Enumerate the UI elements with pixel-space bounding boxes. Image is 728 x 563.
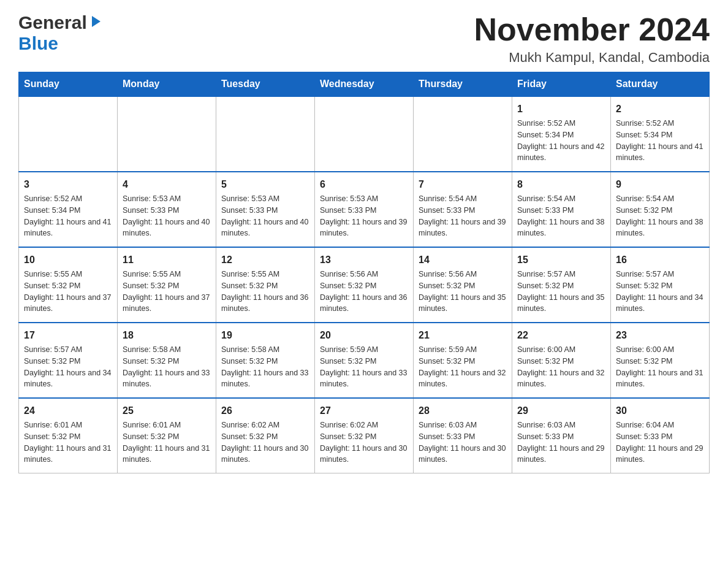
calendar-cell: 6Sunrise: 5:53 AMSunset: 5:33 PMDaylight… (315, 172, 414, 247)
day-number: 30 (616, 404, 704, 418)
calendar-cell: 13Sunrise: 5:56 AMSunset: 5:32 PMDayligh… (315, 247, 414, 323)
day-number: 29 (517, 404, 605, 418)
day-info: Sunrise: 5:54 AMSunset: 5:33 PMDaylight:… (517, 193, 605, 239)
day-info: Sunrise: 5:52 AMSunset: 5:34 PMDaylight:… (616, 118, 704, 164)
day-number: 2 (616, 102, 704, 117)
day-info: Sunrise: 5:58 AMSunset: 5:32 PMDaylight:… (221, 344, 309, 390)
calendar-cell: 30Sunrise: 6:04 AMSunset: 5:33 PMDayligh… (611, 398, 710, 473)
day-info: Sunrise: 6:03 AMSunset: 5:33 PMDaylight:… (419, 419, 507, 465)
day-number: 19 (221, 328, 309, 343)
logo: General Blue (18, 12, 102, 54)
day-number: 27 (320, 404, 408, 418)
calendar-cell (414, 96, 512, 172)
calendar-cell: 22Sunrise: 6:00 AMSunset: 5:32 PMDayligh… (512, 323, 611, 398)
day-number: 22 (517, 328, 605, 343)
day-number: 7 (419, 177, 507, 192)
calendar-cell: 15Sunrise: 5:57 AMSunset: 5:32 PMDayligh… (512, 247, 611, 323)
calendar-cell: 17Sunrise: 5:57 AMSunset: 5:32 PMDayligh… (19, 323, 118, 398)
day-number: 17 (24, 328, 112, 343)
day-number: 18 (123, 328, 211, 343)
day-info: Sunrise: 6:00 AMSunset: 5:32 PMDaylight:… (616, 344, 704, 390)
calendar-cell: 5Sunrise: 5:53 AMSunset: 5:33 PMDaylight… (216, 172, 315, 247)
calendar-cell: 1Sunrise: 5:52 AMSunset: 5:34 PMDaylight… (512, 96, 611, 172)
day-number: 1 (517, 102, 605, 117)
day-info: Sunrise: 5:59 AMSunset: 5:32 PMDaylight:… (320, 344, 408, 390)
day-info: Sunrise: 5:53 AMSunset: 5:33 PMDaylight:… (221, 193, 309, 239)
day-info: Sunrise: 5:55 AMSunset: 5:32 PMDaylight:… (123, 269, 211, 315)
day-info: Sunrise: 5:53 AMSunset: 5:33 PMDaylight:… (123, 193, 211, 239)
day-number: 28 (419, 404, 507, 418)
week-row-4: 24Sunrise: 6:01 AMSunset: 5:32 PMDayligh… (19, 398, 710, 473)
calendar-cell: 25Sunrise: 6:01 AMSunset: 5:32 PMDayligh… (118, 398, 216, 473)
day-number: 14 (419, 253, 507, 267)
calendar-cell: 11Sunrise: 5:55 AMSunset: 5:32 PMDayligh… (118, 247, 216, 323)
title-area: November 2024 Mukh Kampul, Kandal, Cambo… (474, 12, 710, 66)
day-number: 21 (419, 328, 507, 343)
day-number: 20 (320, 328, 408, 343)
calendar-cell: 29Sunrise: 6:03 AMSunset: 5:33 PMDayligh… (512, 398, 611, 473)
calendar-cell: 12Sunrise: 5:55 AMSunset: 5:32 PMDayligh… (216, 247, 315, 323)
day-info: Sunrise: 5:52 AMSunset: 5:34 PMDaylight:… (24, 193, 112, 239)
day-header-sunday: Sunday (19, 72, 118, 97)
calendar-cell: 24Sunrise: 6:01 AMSunset: 5:32 PMDayligh… (19, 398, 118, 473)
day-info: Sunrise: 6:03 AMSunset: 5:33 PMDaylight:… (517, 419, 605, 465)
day-number: 8 (517, 177, 605, 192)
day-info: Sunrise: 6:01 AMSunset: 5:32 PMDaylight:… (123, 419, 211, 465)
day-number: 23 (616, 328, 704, 343)
calendar-cell: 23Sunrise: 6:00 AMSunset: 5:32 PMDayligh… (611, 323, 710, 398)
day-number: 15 (517, 253, 605, 267)
day-header-tuesday: Tuesday (216, 72, 315, 97)
calendar-cell: 19Sunrise: 5:58 AMSunset: 5:32 PMDayligh… (216, 323, 315, 398)
calendar-cell: 14Sunrise: 5:56 AMSunset: 5:32 PMDayligh… (414, 247, 512, 323)
day-info: Sunrise: 5:54 AMSunset: 5:32 PMDaylight:… (616, 193, 704, 239)
svg-marker-0 (92, 16, 100, 27)
day-number: 10 (24, 253, 112, 267)
day-info: Sunrise: 6:01 AMSunset: 5:32 PMDaylight:… (24, 419, 112, 465)
calendar-cell: 18Sunrise: 5:58 AMSunset: 5:32 PMDayligh… (118, 323, 216, 398)
day-info: Sunrise: 5:59 AMSunset: 5:32 PMDaylight:… (419, 344, 507, 390)
day-header-monday: Monday (118, 72, 216, 97)
calendar-cell (118, 96, 216, 172)
logo-blue-text: Blue (18, 33, 58, 53)
day-info: Sunrise: 5:57 AMSunset: 5:32 PMDaylight:… (24, 344, 112, 390)
calendar-cell: 4Sunrise: 5:53 AMSunset: 5:33 PMDaylight… (118, 172, 216, 247)
day-number: 11 (123, 253, 211, 267)
calendar-table: SundayMondayTuesdayWednesdayThursdayFrid… (18, 72, 710, 473)
day-info: Sunrise: 5:52 AMSunset: 5:34 PMDaylight:… (517, 118, 605, 164)
day-info: Sunrise: 6:00 AMSunset: 5:32 PMDaylight:… (517, 344, 605, 390)
calendar-header: SundayMondayTuesdayWednesdayThursdayFrid… (19, 72, 710, 97)
week-row-3: 17Sunrise: 5:57 AMSunset: 5:32 PMDayligh… (19, 323, 710, 398)
calendar-cell: 20Sunrise: 5:59 AMSunset: 5:32 PMDayligh… (315, 323, 414, 398)
calendar-body: 1Sunrise: 5:52 AMSunset: 5:34 PMDaylight… (19, 96, 710, 473)
calendar-cell: 28Sunrise: 6:03 AMSunset: 5:33 PMDayligh… (414, 398, 512, 473)
day-number: 9 (616, 177, 704, 192)
day-number: 3 (24, 177, 112, 192)
day-info: Sunrise: 5:56 AMSunset: 5:32 PMDaylight:… (419, 269, 507, 315)
day-info: Sunrise: 5:55 AMSunset: 5:32 PMDaylight:… (24, 269, 112, 315)
day-info: Sunrise: 6:02 AMSunset: 5:32 PMDaylight:… (320, 419, 408, 465)
header: General Blue November 2024 Mukh Kampul, … (18, 12, 710, 66)
month-title: November 2024 (474, 12, 710, 47)
day-header-friday: Friday (512, 72, 611, 97)
day-header-wednesday: Wednesday (315, 72, 414, 97)
calendar-cell: 10Sunrise: 5:55 AMSunset: 5:32 PMDayligh… (19, 247, 118, 323)
calendar-cell: 26Sunrise: 6:02 AMSunset: 5:32 PMDayligh… (216, 398, 315, 473)
day-number: 25 (123, 404, 211, 418)
logo-general-text: General (18, 12, 87, 33)
calendar-cell: 27Sunrise: 6:02 AMSunset: 5:32 PMDayligh… (315, 398, 414, 473)
calendar-cell: 8Sunrise: 5:54 AMSunset: 5:33 PMDaylight… (512, 172, 611, 247)
calendar-cell: 2Sunrise: 5:52 AMSunset: 5:34 PMDaylight… (611, 96, 710, 172)
week-row-0: 1Sunrise: 5:52 AMSunset: 5:34 PMDaylight… (19, 96, 710, 172)
calendar-cell: 7Sunrise: 5:54 AMSunset: 5:33 PMDaylight… (414, 172, 512, 247)
calendar-cell (19, 96, 118, 172)
day-info: Sunrise: 6:04 AMSunset: 5:33 PMDaylight:… (616, 419, 704, 465)
week-row-2: 10Sunrise: 5:55 AMSunset: 5:32 PMDayligh… (19, 247, 710, 323)
day-info: Sunrise: 5:56 AMSunset: 5:32 PMDaylight:… (320, 269, 408, 315)
day-info: Sunrise: 5:53 AMSunset: 5:33 PMDaylight:… (320, 193, 408, 239)
day-number: 12 (221, 253, 309, 267)
calendar-cell: 3Sunrise: 5:52 AMSunset: 5:34 PMDaylight… (19, 172, 118, 247)
logo-arrow-icon (88, 15, 102, 31)
day-number: 6 (320, 177, 408, 192)
location-title: Mukh Kampul, Kandal, Cambodia (474, 50, 710, 66)
calendar-cell: 21Sunrise: 5:59 AMSunset: 5:32 PMDayligh… (414, 323, 512, 398)
